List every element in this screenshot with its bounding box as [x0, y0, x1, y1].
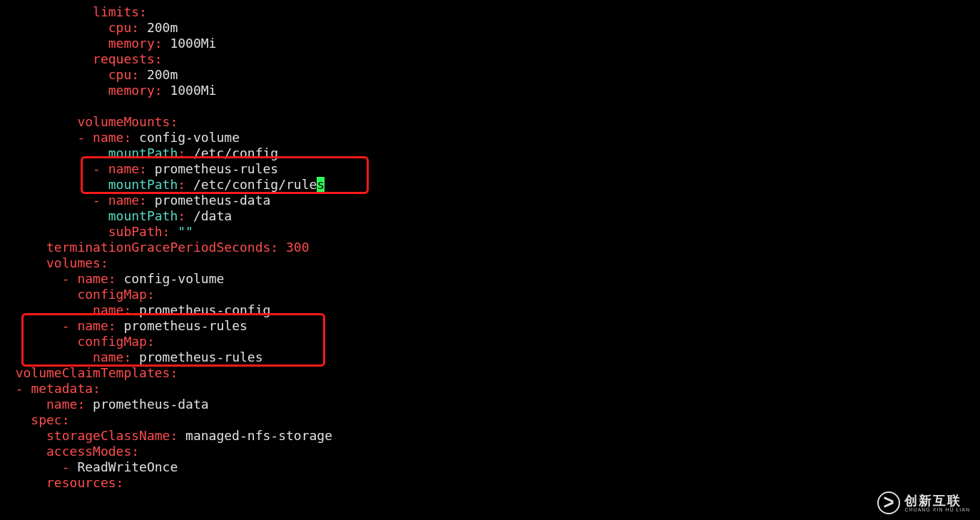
code-line: - name: prometheus-rules	[0, 161, 980, 177]
code-line: mountPath: /data	[0, 208, 980, 224]
code-line: - ReadWriteOnce	[0, 459, 980, 475]
code-line: name: prometheus-rules	[0, 350, 980, 365]
code-line: memory: 1000Mi	[0, 83, 980, 98]
watermark: 创新互联 CHUANG XIN HU LIAN	[877, 491, 970, 514]
watermark-logo-icon	[877, 491, 900, 514]
code-line	[0, 98, 980, 114]
code-line: - name: prometheus-data	[0, 193, 980, 208]
code-line: volumes:	[0, 255, 980, 271]
code-line: configMap:	[0, 334, 980, 350]
code-line: limits:	[0, 4, 980, 20]
code-line: memory: 1000Mi	[0, 36, 980, 51]
code-line: spec:	[0, 412, 980, 428]
code-line: volumeClaimTemplates:	[0, 365, 980, 381]
code-line: mountPath: /etc/config	[0, 146, 980, 161]
cursor: s	[317, 177, 325, 193]
code-line: subPath: ""	[0, 224, 980, 240]
code-line: - name: config-volume	[0, 271, 980, 287]
code-line: - name: config-volume	[0, 130, 980, 146]
terminal-editor[interactable]: limits: cpu: 200m memory: 1000Mi request…	[0, 0, 980, 491]
watermark-text-py: CHUANG XIN HU LIAN	[904, 507, 970, 512]
code-line: terminationGracePeriodSeconds: 300	[0, 240, 980, 255]
code-line: resources:	[0, 475, 980, 491]
code-line: cpu: 200m	[0, 67, 980, 83]
code-line: - name: prometheus-rules	[0, 318, 980, 334]
code-line: mountPath: /etc/config/rules	[0, 177, 980, 193]
code-line: accessModes:	[0, 444, 980, 459]
code-line: - metadata:	[0, 381, 980, 397]
code-line: requests:	[0, 51, 980, 67]
code-line: volumeMounts:	[0, 114, 980, 130]
code-line: name: prometheus-config	[0, 302, 980, 318]
code-line: configMap:	[0, 287, 980, 302]
code-line: storageClassName: managed-nfs-storage	[0, 428, 980, 444]
code-line: name: prometheus-data	[0, 397, 980, 412]
code-line: cpu: 200m	[0, 20, 980, 36]
watermark-text-cn: 创新互联	[904, 494, 970, 507]
